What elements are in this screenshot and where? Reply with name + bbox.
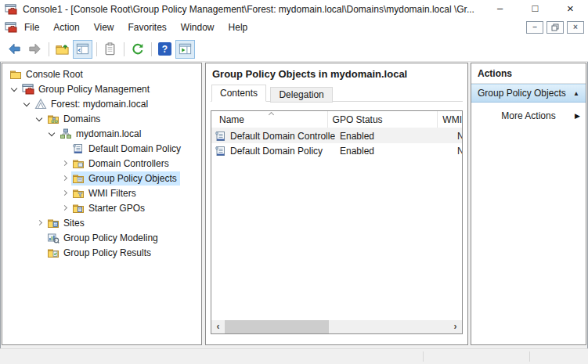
menu-view[interactable]: View — [87, 20, 121, 35]
results-icon — [47, 247, 60, 259]
refresh-icon — [130, 41, 145, 56]
mdi-close-button[interactable]: × — [567, 21, 584, 34]
forward-button[interactable] — [25, 40, 45, 59]
tree-item-console-root[interactable]: Console Root — [2, 67, 201, 81]
console-tree-pane: Console Root Group Policy Management For… — [2, 63, 202, 345]
back-button[interactable] — [5, 40, 24, 59]
show-console-tree-button[interactable] — [73, 40, 92, 59]
help-button[interactable]: ? — [155, 40, 175, 59]
gpmc-console-icon — [22, 83, 34, 96]
collapse-caret-icon[interactable]: ▲ — [573, 90, 579, 97]
actions-group-header[interactable]: Group Policy Objects ▲ — [471, 84, 586, 103]
folder-up-icon — [55, 41, 70, 56]
chevron-expanded-icon[interactable] — [9, 83, 21, 96]
page-title: Group Policy Objects in mydomain.local — [206, 63, 467, 81]
title-bar: Console1 - [Console Root\Group Policy Ma… — [0, 0, 588, 18]
chevron-expanded-icon[interactable] — [21, 98, 34, 110]
tree-item-domains[interactable]: Domains — [2, 111, 201, 126]
mmc-window: Console1 - [Console Root\Group Policy Ma… — [0, 0, 588, 364]
tab-contents[interactable]: Contents — [211, 85, 266, 102]
gpo-folder-icon — [72, 172, 85, 185]
chevron-collapsed-icon[interactable] — [34, 217, 46, 229]
toolbar: ? — [0, 37, 588, 62]
menu-window[interactable]: Window — [174, 20, 222, 35]
menu-file[interactable]: File — [17, 20, 46, 35]
chevron-collapsed-icon[interactable] — [59, 172, 71, 185]
tree-item-forest[interactable]: Forest: mydomain.local — [2, 96, 201, 111]
table-row[interactable]: Default Domain Controller... Enabled Non… — [211, 128, 462, 143]
chevron-placeholder — [34, 232, 46, 244]
tree-item-domain-controllers[interactable]: Domain Controllers — [2, 156, 201, 171]
list-header: Name GPO Status WMI — [211, 111, 462, 128]
tree-item-group-policy-objects[interactable]: Group Policy Objects — [2, 171, 201, 186]
table-row[interactable]: Default Domain Policy Enabled None — [211, 143, 462, 158]
tab-strip: Contents Delegation — [211, 85, 463, 102]
domains-folder-icon — [47, 113, 60, 125]
tree-item-wmi-filters[interactable]: WMI Filters — [2, 186, 201, 200]
status-bar — [0, 348, 588, 364]
chevron-collapsed-icon[interactable] — [59, 187, 71, 200]
console-tree-icon — [75, 41, 90, 56]
submenu-arrow-icon: ▶ — [575, 112, 580, 120]
scroll-right-arrow-icon[interactable]: › — [449, 320, 462, 333]
minimize-button[interactable]: – — [482, 0, 518, 18]
forest-icon — [34, 98, 47, 110]
tab-delegation[interactable]: Delegation — [270, 87, 332, 103]
tree-item-default-domain-policy[interactable]: Default Domain Policy — [2, 141, 201, 156]
chevron-placeholder — [59, 142, 71, 155]
refresh-button[interactable] — [128, 40, 147, 59]
wmi-folder-icon — [72, 187, 85, 200]
mdi-minimize-button[interactable]: – — [526, 21, 543, 34]
close-button[interactable]: × — [553, 0, 588, 18]
horizontal-scrollbar[interactable]: ‹ › — [211, 320, 462, 333]
gpo-list: Name GPO Status WMI Default Domain Contr… — [211, 110, 463, 334]
back-icon — [7, 41, 22, 56]
column-header-wmi[interactable]: WMI — [438, 111, 462, 128]
chevron-expanded-icon[interactable] — [34, 113, 46, 125]
clipboard-button[interactable] — [100, 40, 120, 59]
menu-help[interactable]: Help — [222, 20, 255, 35]
scroll-left-arrow-icon[interactable]: ‹ — [211, 320, 225, 333]
menu-action[interactable]: Action — [46, 20, 86, 35]
show-action-pane-button[interactable] — [175, 40, 195, 59]
chevron-collapsed-icon[interactable] — [59, 202, 71, 214]
ou-folder-icon — [72, 157, 85, 170]
folder-icon — [9, 68, 22, 81]
chevron-placeholder — [34, 247, 46, 259]
more-actions-item[interactable]: More Actions ▶ — [471, 106, 586, 125]
window-title: Console1 - [Console Root\Group Policy Ma… — [23, 4, 482, 15]
starter-folder-icon — [72, 202, 85, 214]
toolbar-separator — [49, 42, 49, 56]
clipboard-icon — [103, 41, 117, 56]
action-pane-icon — [178, 41, 193, 56]
tree-item-starter-gpos[interactable]: Starter GPOs — [2, 200, 201, 215]
console-app-icon — [5, 3, 17, 16]
chevron-collapsed-icon[interactable] — [59, 157, 71, 170]
gpo-scroll-icon — [215, 130, 227, 142]
scrollbar-thumb[interactable] — [225, 320, 329, 333]
maximize-button[interactable]: □ — [518, 0, 553, 18]
tree-item-group-policy-modeling[interactable]: Group Policy Modeling — [2, 230, 201, 245]
mdi-restore-button[interactable] — [547, 21, 564, 34]
domain-icon — [60, 128, 72, 140]
status-divider — [529, 351, 530, 362]
sites-folder-icon — [47, 217, 60, 229]
menu-favorites[interactable]: Favorites — [121, 20, 174, 35]
up-one-level-button[interactable] — [52, 40, 72, 59]
tree-item-mydomain-local[interactable]: mydomain.local — [2, 126, 201, 141]
chevron-expanded-icon[interactable] — [46, 128, 59, 140]
mdi-window-controls: – × — [526, 21, 584, 34]
help-icon: ? — [158, 42, 171, 56]
toolbar-separator — [124, 42, 124, 56]
column-header-name[interactable]: Name — [211, 111, 328, 128]
mdi-child-icon — [5, 21, 17, 34]
tree-item-group-policy-results[interactable]: Group Policy Results — [2, 245, 201, 260]
actions-title: Actions — [471, 63, 586, 84]
selected-tree-item[interactable]: Group Policy Objects — [71, 171, 180, 186]
tree-item-group-policy-management[interactable]: Group Policy Management — [2, 81, 201, 96]
sort-ascending-icon — [269, 112, 274, 117]
actions-pane: Actions Group Policy Objects ▲ More Acti… — [471, 63, 586, 345]
gpo-scroll-icon — [215, 145, 227, 157]
tree-item-sites[interactable]: Sites — [2, 215, 201, 230]
column-header-gpo-status[interactable]: GPO Status — [328, 111, 438, 128]
